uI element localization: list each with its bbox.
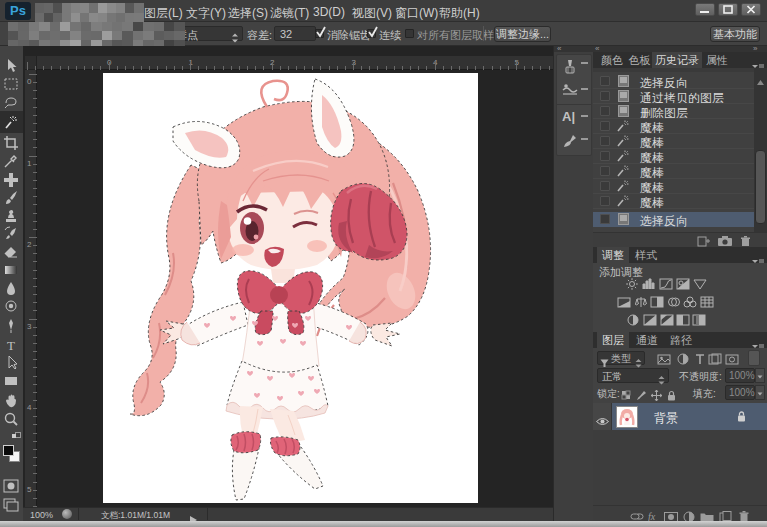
svg-text:T: T bbox=[7, 338, 15, 353]
